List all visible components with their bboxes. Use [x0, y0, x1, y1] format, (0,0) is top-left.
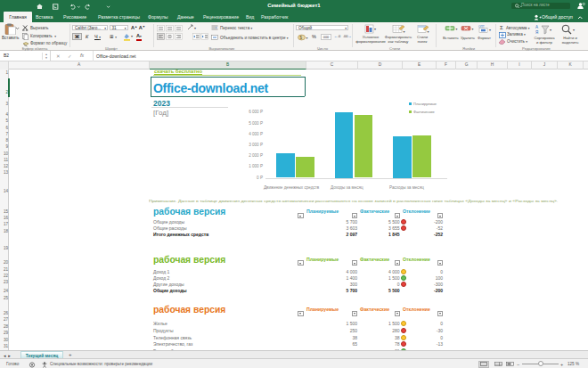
- svg-text:▾: ▾: [131, 34, 133, 38]
- svg-text:А: А: [535, 25, 538, 29]
- svg-text:▾: ▾: [428, 29, 429, 34]
- svg-text:▾: ▾: [489, 28, 491, 32]
- svg-text:▾: ▾: [306, 36, 308, 39]
- svg-text:▾: ▾: [573, 28, 575, 32]
- svg-text:▾: ▾: [472, 28, 474, 31]
- svg-text:Я: Я: [535, 30, 538, 35]
- svg-text:▾: ▾: [374, 27, 376, 31]
- svg-text:▾: ▾: [194, 26, 196, 30]
- svg-text:▾: ▾: [404, 29, 405, 34]
- svg-text:▾: ▾: [550, 28, 551, 32]
- svg-text:▾: ▾: [456, 28, 458, 31]
